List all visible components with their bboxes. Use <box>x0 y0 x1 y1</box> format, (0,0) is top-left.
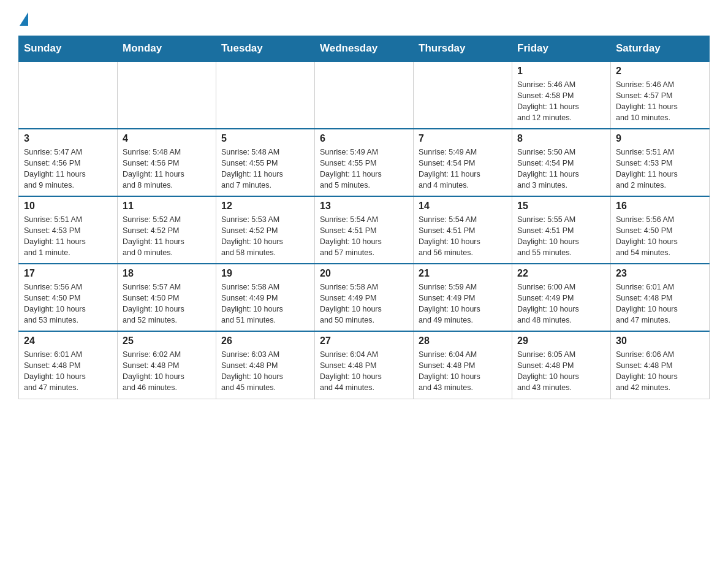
day-info: Sunrise: 5:46 AMSunset: 4:57 PMDaylight:… <box>616 79 704 124</box>
calendar-cell: 9Sunrise: 5:51 AMSunset: 4:53 PMDaylight… <box>611 129 710 196</box>
day-number: 3 <box>24 133 112 144</box>
day-number: 12 <box>221 201 309 212</box>
calendar-cell: 29Sunrise: 6:05 AMSunset: 4:48 PMDayligh… <box>512 331 611 399</box>
day-number: 11 <box>123 201 211 212</box>
day-number: 13 <box>320 201 408 212</box>
day-info: Sunrise: 5:49 AMSunset: 4:55 PMDaylight:… <box>320 147 408 191</box>
day-number: 21 <box>419 268 507 279</box>
weekday-header-row: SundayMondayTuesdayWednesdayThursdayFrid… <box>19 36 710 62</box>
day-info: Sunrise: 5:54 AMSunset: 4:51 PMDaylight:… <box>419 214 507 259</box>
calendar-cell: 25Sunrise: 6:02 AMSunset: 4:48 PMDayligh… <box>118 331 216 399</box>
calendar-cell: 14Sunrise: 5:54 AMSunset: 4:51 PMDayligh… <box>414 196 512 264</box>
calendar-cell: 21Sunrise: 5:59 AMSunset: 4:49 PMDayligh… <box>414 264 512 331</box>
day-info: Sunrise: 6:02 AMSunset: 4:48 PMDaylight:… <box>123 349 211 394</box>
day-number: 8 <box>517 133 605 144</box>
calendar-cell: 3Sunrise: 5:47 AMSunset: 4:56 PMDaylight… <box>19 129 118 196</box>
calendar-cell: 27Sunrise: 6:04 AMSunset: 4:48 PMDayligh… <box>315 331 414 399</box>
calendar-cell: 10Sunrise: 5:51 AMSunset: 4:53 PMDayligh… <box>19 196 118 264</box>
calendar-cell: 13Sunrise: 5:54 AMSunset: 4:51 PMDayligh… <box>315 196 414 264</box>
day-info: Sunrise: 5:47 AMSunset: 4:56 PMDaylight:… <box>24 147 112 191</box>
day-number: 10 <box>24 201 112 212</box>
calendar-cell: 5Sunrise: 5:48 AMSunset: 4:55 PMDaylight… <box>216 129 315 196</box>
day-info: Sunrise: 5:52 AMSunset: 4:52 PMDaylight:… <box>123 214 211 259</box>
calendar-cell <box>315 61 414 129</box>
calendar-cell: 1Sunrise: 5:46 AMSunset: 4:58 PMDaylight… <box>512 61 611 129</box>
logo <box>18 12 28 23</box>
day-number: 17 <box>24 268 112 279</box>
calendar-cell: 20Sunrise: 5:58 AMSunset: 4:49 PMDayligh… <box>315 264 414 331</box>
day-number: 2 <box>616 66 704 77</box>
calendar-cell: 7Sunrise: 5:49 AMSunset: 4:54 PMDaylight… <box>414 129 512 196</box>
logo-triangle-icon <box>20 12 28 26</box>
day-info: Sunrise: 6:03 AMSunset: 4:48 PMDaylight:… <box>221 349 309 394</box>
day-number: 7 <box>419 133 507 144</box>
calendar-week-row: 24Sunrise: 6:01 AMSunset: 4:48 PMDayligh… <box>19 331 710 399</box>
calendar-cell: 22Sunrise: 6:00 AMSunset: 4:49 PMDayligh… <box>512 264 611 331</box>
calendar-week-row: 1Sunrise: 5:46 AMSunset: 4:58 PMDaylight… <box>19 61 710 129</box>
day-number: 5 <box>221 133 309 144</box>
calendar-week-row: 10Sunrise: 5:51 AMSunset: 4:53 PMDayligh… <box>19 196 710 264</box>
day-number: 20 <box>320 268 408 279</box>
calendar-cell: 28Sunrise: 6:04 AMSunset: 4:48 PMDayligh… <box>414 331 512 399</box>
day-info: Sunrise: 5:54 AMSunset: 4:51 PMDaylight:… <box>320 214 408 259</box>
calendar-cell <box>19 61 118 129</box>
day-info: Sunrise: 5:48 AMSunset: 4:56 PMDaylight:… <box>123 147 211 191</box>
calendar-cell: 15Sunrise: 5:55 AMSunset: 4:51 PMDayligh… <box>512 196 611 264</box>
calendar-cell: 16Sunrise: 5:56 AMSunset: 4:50 PMDayligh… <box>611 196 710 264</box>
day-info: Sunrise: 6:04 AMSunset: 4:48 PMDaylight:… <box>320 349 408 394</box>
day-info: Sunrise: 5:49 AMSunset: 4:54 PMDaylight:… <box>419 147 507 191</box>
calendar-week-row: 17Sunrise: 5:56 AMSunset: 4:50 PMDayligh… <box>19 264 710 331</box>
day-info: Sunrise: 5:56 AMSunset: 4:50 PMDaylight:… <box>616 214 704 259</box>
calendar-cell <box>414 61 512 129</box>
day-number: 23 <box>616 268 704 279</box>
calendar-cell: 11Sunrise: 5:52 AMSunset: 4:52 PMDayligh… <box>118 196 216 264</box>
calendar-cell: 2Sunrise: 5:46 AMSunset: 4:57 PMDaylight… <box>611 61 710 129</box>
calendar-cell: 24Sunrise: 6:01 AMSunset: 4:48 PMDayligh… <box>19 331 118 399</box>
calendar-cell: 23Sunrise: 6:01 AMSunset: 4:48 PMDayligh… <box>611 264 710 331</box>
day-info: Sunrise: 5:59 AMSunset: 4:49 PMDaylight:… <box>419 282 507 326</box>
day-number: 27 <box>320 335 408 347</box>
weekday-header-thursday: Thursday <box>414 36 512 62</box>
day-info: Sunrise: 5:58 AMSunset: 4:49 PMDaylight:… <box>320 282 408 326</box>
day-number: 22 <box>517 268 605 279</box>
day-info: Sunrise: 5:58 AMSunset: 4:49 PMDaylight:… <box>221 282 309 326</box>
weekday-header-sunday: Sunday <box>19 36 118 62</box>
day-info: Sunrise: 5:50 AMSunset: 4:54 PMDaylight:… <box>517 147 605 191</box>
day-number: 26 <box>221 335 309 347</box>
calendar-cell <box>118 61 216 129</box>
day-number: 25 <box>123 335 211 347</box>
calendar-cell: 4Sunrise: 5:48 AMSunset: 4:56 PMDaylight… <box>118 129 216 196</box>
calendar-cell: 19Sunrise: 5:58 AMSunset: 4:49 PMDayligh… <box>216 264 315 331</box>
weekday-header-tuesday: Tuesday <box>216 36 315 62</box>
weekday-header-monday: Monday <box>118 36 216 62</box>
day-number: 19 <box>221 268 309 279</box>
day-number: 28 <box>419 335 507 347</box>
calendar-cell: 6Sunrise: 5:49 AMSunset: 4:55 PMDaylight… <box>315 129 414 196</box>
calendar-cell: 12Sunrise: 5:53 AMSunset: 4:52 PMDayligh… <box>216 196 315 264</box>
weekday-header-wednesday: Wednesday <box>315 36 414 62</box>
day-number: 24 <box>24 335 112 347</box>
day-info: Sunrise: 6:00 AMSunset: 4:49 PMDaylight:… <box>517 282 605 326</box>
calendar-cell <box>216 61 315 129</box>
day-info: Sunrise: 5:51 AMSunset: 4:53 PMDaylight:… <box>616 147 704 191</box>
weekday-header-friday: Friday <box>512 36 611 62</box>
day-info: Sunrise: 5:57 AMSunset: 4:50 PMDaylight:… <box>123 282 211 326</box>
calendar-cell: 30Sunrise: 6:06 AMSunset: 4:48 PMDayligh… <box>611 331 710 399</box>
day-number: 18 <box>123 268 211 279</box>
day-info: Sunrise: 5:55 AMSunset: 4:51 PMDaylight:… <box>517 214 605 259</box>
day-info: Sunrise: 5:48 AMSunset: 4:55 PMDaylight:… <box>221 147 309 191</box>
day-info: Sunrise: 5:56 AMSunset: 4:50 PMDaylight:… <box>24 282 112 326</box>
page-header <box>18 12 710 23</box>
day-number: 14 <box>419 201 507 212</box>
day-info: Sunrise: 5:51 AMSunset: 4:53 PMDaylight:… <box>24 214 112 259</box>
day-info: Sunrise: 6:01 AMSunset: 4:48 PMDaylight:… <box>24 349 112 394</box>
day-number: 16 <box>616 201 704 212</box>
day-info: Sunrise: 5:46 AMSunset: 4:58 PMDaylight:… <box>517 79 605 124</box>
day-info: Sunrise: 6:04 AMSunset: 4:48 PMDaylight:… <box>419 349 507 394</box>
calendar-table: SundayMondayTuesdayWednesdayThursdayFrid… <box>18 36 710 399</box>
day-info: Sunrise: 5:53 AMSunset: 4:52 PMDaylight:… <box>221 214 309 259</box>
day-number: 30 <box>616 335 704 347</box>
day-number: 9 <box>616 133 704 144</box>
calendar-week-row: 3Sunrise: 5:47 AMSunset: 4:56 PMDaylight… <box>19 129 710 196</box>
day-number: 6 <box>320 133 408 144</box>
